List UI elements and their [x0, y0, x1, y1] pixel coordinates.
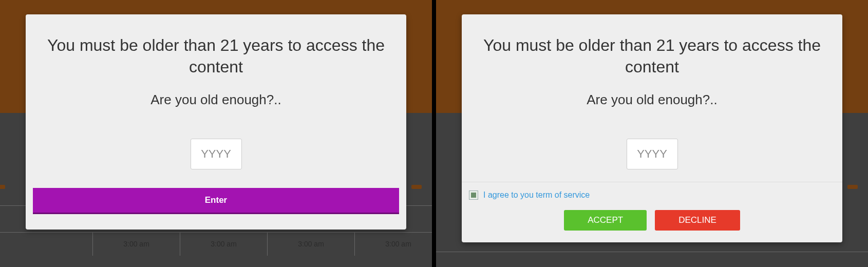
right-pane: You must be older than 21 years to acces…: [434, 0, 868, 267]
modal-footer: I agree to you term of service ACCEPT DE…: [462, 182, 842, 241]
modal-title: You must be older than 21 years to acces…: [462, 35, 842, 78]
tos-checkbox[interactable]: [469, 190, 478, 200]
checkbox-checked-icon: [471, 193, 476, 198]
tos-link[interactable]: I agree to you term of service: [483, 190, 590, 200]
year-input-wrap: [26, 139, 406, 169]
enter-button[interactable]: Enter: [33, 188, 399, 214]
modal-title: You must be older than 21 years to acces…: [26, 35, 406, 78]
modal-subtitle: Are you old enough?..: [26, 92, 406, 108]
modal-subtitle: Are you old enough?..: [462, 92, 842, 108]
accept-button[interactable]: ACCEPT: [564, 210, 647, 231]
tos-row: I agree to you term of service: [469, 190, 835, 200]
left-pane: 3:00 am 3:00 am 3:00 am 3:00 am You must…: [0, 0, 434, 267]
decline-button[interactable]: DECLINE: [655, 210, 740, 231]
button-row: ACCEPT DECLINE: [469, 210, 835, 231]
year-input-wrap: [462, 139, 842, 169]
age-gate-modal-right: You must be older than 21 years to acces…: [462, 14, 842, 242]
year-input[interactable]: [191, 139, 242, 169]
age-gate-modal-left: You must be older than 21 years to acces…: [26, 14, 406, 230]
year-input[interactable]: [627, 139, 678, 169]
